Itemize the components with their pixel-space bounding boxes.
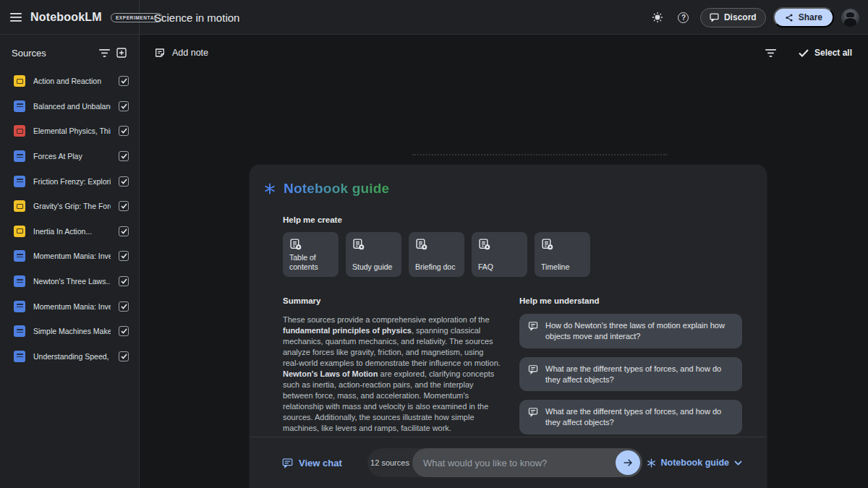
view-chat-icon (282, 458, 293, 468)
doc-file-icon (14, 301, 25, 312)
chat-input-group: 12 sources What would you like to know? (367, 448, 642, 477)
doc-file-icon (14, 150, 25, 162)
summary-text: These sources provide a comprehensive ex… (283, 314, 501, 433)
slides-file-icon (14, 200, 25, 212)
chat-question-icon (528, 321, 538, 331)
add-note-button[interactable]: Add note (154, 47, 208, 59)
source-checkbox[interactable] (119, 201, 129, 211)
source-item[interactable]: Newton's Three Laws... (0, 269, 139, 294)
source-item[interactable]: Understanding Speed, Ve... (0, 344, 139, 369)
app-title: NotebookLM (30, 11, 102, 24)
source-checkbox[interactable] (119, 101, 129, 111)
pdf-file-icon (14, 125, 25, 137)
source-checkbox[interactable] (119, 276, 129, 286)
chat-placeholder: What would you like to know? (423, 458, 547, 468)
notebook-guide-panel: Notebook guide Help me create Table of c… (250, 165, 767, 488)
sources-sidebar: Sources Action and Reaction Balanced and… (0, 35, 140, 488)
card-briefing-doc[interactable]: Briefing doc (409, 232, 464, 277)
chat-bar: View chat 12 sources What would you like… (250, 437, 767, 488)
sources-heading: Sources (12, 48, 46, 59)
source-item[interactable]: Inertia In Action... (0, 219, 139, 244)
send-arrow-icon (622, 457, 634, 468)
add-source-icon[interactable] (113, 44, 130, 61)
select-all-button[interactable]: Select all (799, 48, 852, 58)
source-item[interactable]: Action and Reaction (0, 69, 139, 94)
source-item[interactable]: Elemental Physics, Third... (0, 119, 139, 144)
chat-question-icon (528, 407, 538, 417)
notebook-title[interactable]: Science in motion (154, 0, 239, 35)
slides-file-icon (14, 226, 25, 237)
source-checkbox[interactable] (119, 126, 129, 136)
source-checkbox[interactable] (119, 176, 129, 187)
share-button[interactable]: Share (773, 7, 834, 27)
source-checkbox[interactable] (119, 226, 129, 236)
filter-sources-icon[interactable] (95, 44, 113, 61)
source-checkbox[interactable] (119, 251, 129, 261)
source-checkbox[interactable] (119, 301, 129, 312)
source-item[interactable]: Balanced and Unbalance... (0, 94, 139, 119)
source-item[interactable]: Momentum Mania: Inves... (0, 244, 139, 269)
chat-bubble-icon (710, 13, 719, 22)
drag-handle[interactable] (412, 154, 667, 155)
source-checkbox[interactable] (119, 326, 129, 336)
card-study-guide[interactable]: Study guide (346, 232, 401, 277)
doc-file-icon (14, 275, 25, 287)
chevron-down-icon (734, 461, 742, 466)
source-item[interactable]: Gravity's Grip: The Force... (0, 194, 139, 219)
source-item[interactable]: Momentum Mania: Inves... (0, 294, 139, 319)
help-create-heading: Help me create (283, 215, 767, 224)
notebook-guide-toggle[interactable]: Notebook guide (647, 458, 742, 468)
send-button[interactable] (616, 450, 640, 475)
view-chat-button[interactable]: View chat (282, 458, 342, 468)
card-timeline[interactable]: Timeline (535, 232, 590, 277)
doc-create-icon (478, 238, 490, 250)
doc-create-icon (415, 238, 427, 250)
doc-file-icon (14, 250, 25, 262)
doc-create-icon (541, 238, 553, 250)
sparkle-icon (647, 458, 656, 468)
sparkle-icon (264, 183, 276, 194)
doc-file-icon (14, 325, 25, 337)
brand-area: NotebookLM EXPERIMENTAL (0, 0, 140, 35)
discord-button[interactable]: Discord (700, 8, 766, 27)
source-checkbox[interactable] (119, 151, 129, 161)
doc-file-icon (14, 351, 25, 362)
sources-count-chip[interactable]: 12 sources (367, 458, 412, 467)
share-icon (785, 13, 793, 22)
chat-question-icon (528, 364, 538, 374)
doc-file-icon (14, 176, 25, 187)
slides-file-icon (14, 75, 25, 87)
source-item[interactable]: Simple Machines Make... (0, 319, 139, 344)
theme-toggle-icon[interactable] (648, 8, 667, 27)
menu-icon[interactable] (10, 7, 22, 27)
help-understand-heading: Help me understand (519, 296, 742, 305)
note-add-icon (154, 47, 166, 59)
source-checkbox[interactable] (119, 351, 129, 361)
doc-file-icon (14, 100, 25, 112)
suggested-question[interactable]: What are the different types of forces, … (519, 357, 742, 392)
guide-title: Notebook guide (284, 181, 389, 197)
user-avatar[interactable] (841, 9, 859, 27)
check-icon (799, 49, 809, 57)
top-bar: NotebookLM EXPERIMENTAL Science in motio… (0, 0, 868, 35)
summary-heading: Summary (283, 296, 501, 305)
filter-notes-icon[interactable] (762, 44, 780, 61)
help-icon[interactable]: ? (674, 8, 693, 27)
chat-input[interactable]: What would you like to know? (412, 448, 642, 477)
doc-create-icon (352, 238, 365, 250)
card-faq[interactable]: FAQ (472, 232, 527, 277)
doc-create-icon (289, 238, 302, 250)
source-checkbox[interactable] (119, 76, 129, 86)
suggested-question[interactable]: What are the different types of forces, … (519, 400, 742, 435)
card-table-of-contents[interactable]: Table of contents (283, 232, 339, 277)
source-item[interactable]: Forces At Play (0, 144, 139, 169)
source-item[interactable]: Friction Frenzy: Explorin... (0, 168, 139, 194)
suggested-question[interactable]: How do Newton's three laws of motion exp… (519, 314, 742, 348)
